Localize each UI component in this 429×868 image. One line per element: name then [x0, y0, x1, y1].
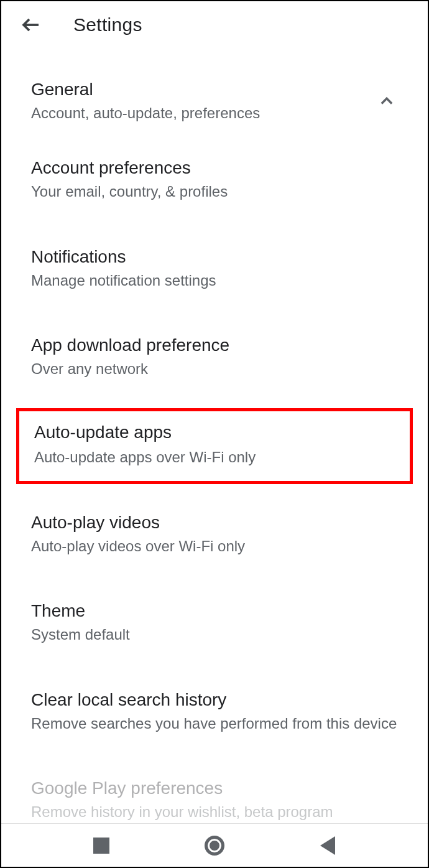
- page-title: Settings: [73, 14, 142, 35]
- item-theme[interactable]: Theme System default: [1, 579, 428, 667]
- item-app-download-preference[interactable]: App download preference Over any network: [1, 313, 428, 401]
- item-title: App download preference: [31, 335, 398, 355]
- item-subtitle: Auto-update apps over Wi-Fi only: [34, 447, 395, 467]
- item-notifications[interactable]: Notifications Manage notification settin…: [1, 225, 428, 313]
- item-subtitle: Remove history in your wishlist, beta pr…: [31, 802, 398, 822]
- app-header: Settings: [1, 1, 428, 49]
- item-subtitle: Your email, country, & profiles: [31, 182, 398, 202]
- item-subtitle: Over any network: [31, 359, 398, 379]
- settings-content: General Account, auto-update, preference…: [1, 49, 428, 845]
- section-general[interactable]: General Account, auto-update, preference…: [1, 49, 428, 136]
- item-subtitle: Auto-play videos over Wi-Fi only: [31, 536, 398, 556]
- item-account-preferences[interactable]: Account preferences Your email, country,…: [1, 136, 428, 224]
- item-clear-local-search-history[interactable]: Clear local search history Remove search…: [1, 668, 428, 756]
- item-subtitle: System default: [31, 625, 398, 645]
- nav-recent-button[interactable]: [90, 834, 113, 857]
- square-icon: [93, 838, 109, 854]
- item-subtitle: Manage notification settings: [31, 271, 398, 291]
- circle-icon: [205, 836, 224, 856]
- section-subtitle: Account, auto-update, preferences: [31, 103, 376, 123]
- item-auto-update-apps-highlighted[interactable]: Auto-update apps Auto-update apps over W…: [16, 408, 413, 484]
- section-text: General Account, auto-update, preference…: [31, 80, 376, 123]
- chevron-up-icon: [376, 90, 398, 113]
- item-title: Google Play preferences: [31, 778, 398, 798]
- navigation-bar: [1, 823, 428, 867]
- item-title: Account preferences: [31, 158, 398, 178]
- item-title: Auto-update apps: [34, 422, 395, 442]
- item-subtitle: Remove searches you have performed from …: [31, 714, 398, 734]
- section-title: General: [31, 80, 376, 100]
- nav-back-button[interactable]: [316, 834, 339, 857]
- item-auto-play-videos[interactable]: Auto-play videos Auto-play videos over W…: [1, 490, 428, 579]
- triangle-left-icon: [320, 836, 335, 855]
- nav-home-button[interactable]: [203, 834, 226, 857]
- item-title: Notifications: [31, 247, 398, 267]
- back-arrow-icon[interactable]: [20, 14, 42, 36]
- item-title: Auto-play videos: [31, 513, 398, 533]
- item-title: Clear local search history: [31, 690, 398, 710]
- item-title: Theme: [31, 601, 398, 621]
